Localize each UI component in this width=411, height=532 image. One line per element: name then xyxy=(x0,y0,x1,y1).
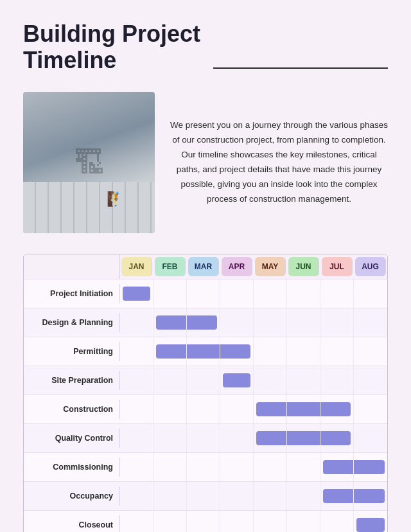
gantt-cell xyxy=(354,511,387,532)
gantt-cell xyxy=(320,424,354,452)
gantt-cell xyxy=(153,424,187,452)
title-section: Building Project Timeline xyxy=(23,21,388,74)
gantt-bar xyxy=(287,402,320,416)
gantt-cell xyxy=(153,482,187,510)
intro-section: 🧗 We present you on a journey through th… xyxy=(23,92,388,233)
gantt-bar xyxy=(156,315,186,330)
gantt-cell xyxy=(187,395,220,423)
gantt-bar xyxy=(356,518,385,532)
month-jun: JUN xyxy=(288,257,319,276)
gantt-row: Site Preparation xyxy=(24,366,387,395)
gantt-cell xyxy=(287,482,320,510)
project-image: 🧗 xyxy=(23,92,155,233)
gantt-cell xyxy=(153,511,187,532)
gantt-row-label: Construction xyxy=(24,400,120,419)
month-apr: APR xyxy=(222,257,252,276)
gantt-row-label: Project Initiation xyxy=(24,284,120,303)
gantt-cell xyxy=(320,337,354,366)
gantt-cell xyxy=(220,308,254,337)
gantt-row-label: Closeout xyxy=(24,515,120,532)
gantt-bar xyxy=(187,344,220,359)
gantt-cell xyxy=(320,453,354,481)
month-jul: JUL xyxy=(322,257,353,276)
gantt-row: Occupancy xyxy=(24,481,387,510)
gantt-row-label: Design & Planning xyxy=(24,313,120,332)
gantt-bar xyxy=(220,344,250,359)
gantt-cell xyxy=(187,453,220,481)
gantt-cell xyxy=(287,279,320,308)
gantt-bar xyxy=(320,431,351,445)
gantt-cell xyxy=(187,424,220,452)
gantt-row: Project Initiation xyxy=(24,279,387,308)
gantt-cell xyxy=(220,337,254,366)
gantt-cell xyxy=(220,395,254,423)
gantt-cell xyxy=(254,453,287,481)
gantt-cell xyxy=(120,453,153,481)
month-jan: JAN xyxy=(121,257,152,276)
gantt-cell xyxy=(187,366,220,395)
gantt-row: Commissioning xyxy=(24,452,387,481)
gantt-cell xyxy=(354,337,387,366)
gantt-cell xyxy=(120,395,153,423)
gantt-cell xyxy=(120,279,153,308)
gantt-bar xyxy=(354,460,385,474)
gantt-cell xyxy=(153,395,187,423)
gantt-cell xyxy=(254,308,287,337)
gantt-cell xyxy=(354,453,387,481)
gantt-bar xyxy=(156,344,186,359)
gantt-bar xyxy=(287,431,320,445)
title-divider xyxy=(213,67,388,69)
gantt-cell xyxy=(254,366,287,395)
gantt-row-label: Commissioning xyxy=(24,457,120,477)
gantt-row-label: Site Preparation xyxy=(24,371,120,390)
gantt-cell xyxy=(254,482,287,510)
gantt-cell xyxy=(354,308,387,337)
gantt-row: Design & Planning xyxy=(24,308,387,337)
gantt-cell xyxy=(187,337,220,366)
gantt-cell xyxy=(287,308,320,337)
gantt-cell xyxy=(354,366,387,395)
gantt-cell xyxy=(187,308,220,337)
gantt-cell xyxy=(320,511,354,532)
gantt-header-empty xyxy=(24,254,120,279)
gantt-cell xyxy=(287,511,320,532)
gantt-bar xyxy=(320,402,351,416)
gantt-cell xyxy=(320,308,354,337)
gantt-cell xyxy=(220,482,254,510)
gantt-row: Construction xyxy=(24,395,387,423)
gantt-chart: JANFEBMARAPRMAYJUNJULAUG Project Initiat… xyxy=(23,254,388,532)
gantt-row: Permitting xyxy=(24,337,387,366)
gantt-cell xyxy=(153,366,187,395)
gantt-row: Closeout xyxy=(24,510,387,532)
month-aug: AUG xyxy=(355,257,386,276)
gantt-cell xyxy=(254,424,287,452)
gantt-cell xyxy=(187,482,220,510)
gantt-cell xyxy=(287,366,320,395)
gantt-header: JANFEBMARAPRMAYJUNJULAUG xyxy=(24,254,387,279)
gantt-cell xyxy=(254,511,287,532)
month-feb: FEB xyxy=(155,257,186,276)
gantt-body: Project InitiationDesign & PlanningPermi… xyxy=(24,279,387,532)
gantt-cell xyxy=(354,482,387,510)
gantt-cell xyxy=(254,395,287,423)
gantt-cell xyxy=(320,482,354,510)
gantt-cell xyxy=(187,279,220,308)
gantt-bar xyxy=(256,402,286,416)
month-mar: MAR xyxy=(188,257,219,276)
page-title: Building Project Timeline xyxy=(23,21,200,74)
gantt-bar xyxy=(223,373,250,387)
gantt-bar xyxy=(323,489,353,503)
gantt-bar xyxy=(323,460,353,474)
gantt-row-label: Occupancy xyxy=(24,486,120,506)
gantt-cell xyxy=(287,395,320,423)
gantt-bar xyxy=(123,287,150,301)
gantt-cell xyxy=(220,424,254,452)
gantt-cell xyxy=(320,279,354,308)
gantt-cell xyxy=(120,511,153,532)
gantt-cell xyxy=(120,337,153,366)
gantt-row: Quality Control xyxy=(24,423,387,452)
gantt-bar xyxy=(354,489,385,503)
intro-text: We present you on a journey through the … xyxy=(170,92,388,233)
gantt-cell xyxy=(220,279,254,308)
gantt-cell xyxy=(287,453,320,481)
